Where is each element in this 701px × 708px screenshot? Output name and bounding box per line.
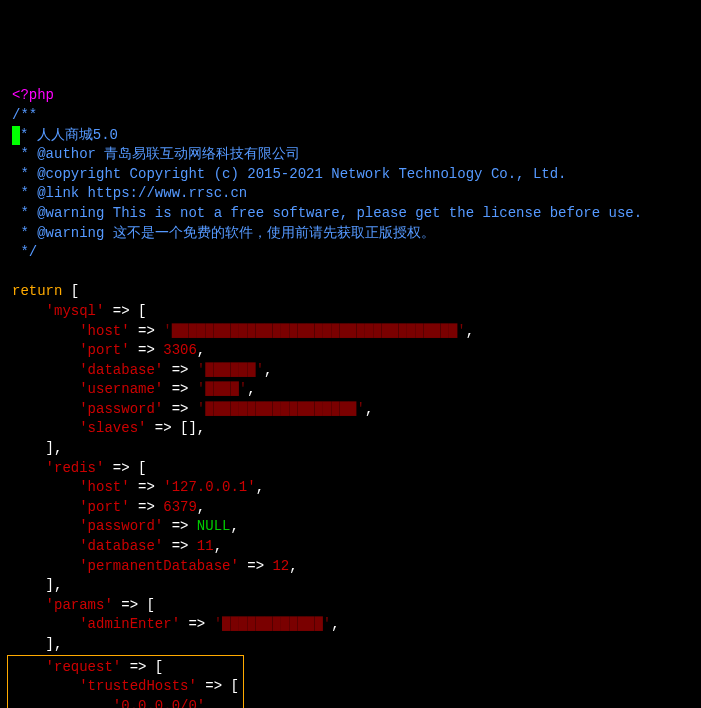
arrow: => xyxy=(130,499,164,515)
bracket: [ xyxy=(230,678,238,694)
db-value: 12 xyxy=(272,558,289,574)
bracket: [ xyxy=(138,460,146,476)
trusted-host-value: '0.0.0.0/0' xyxy=(113,698,205,708)
php-tag: <?php xyxy=(12,87,54,103)
config-key: 'port' xyxy=(79,499,129,515)
empty-array: [] xyxy=(180,420,197,436)
arrow: => xyxy=(130,323,164,339)
arrow: => xyxy=(239,558,273,574)
config-key: 'port' xyxy=(79,342,129,358)
redacted-value: '████████████' xyxy=(214,616,332,632)
arrow: => xyxy=(163,401,197,417)
terminal-editor[interactable]: <?php /** * 人人商城5.0 * @author 青岛易联互动网络科技… xyxy=(12,86,689,708)
bracket: [ xyxy=(155,659,163,675)
arrow: => xyxy=(163,538,197,554)
config-key: 'slaves' xyxy=(79,420,146,436)
arrow: => xyxy=(163,381,197,397)
cursor xyxy=(12,126,20,146)
config-key: 'database' xyxy=(79,362,163,378)
redacted-value: '██████' xyxy=(197,362,264,378)
config-key: 'trustedHosts' xyxy=(79,678,197,694)
arrow: => xyxy=(180,616,214,632)
config-key: 'username' xyxy=(79,381,163,397)
config-key: 'host' xyxy=(79,479,129,495)
config-key: 'password' xyxy=(79,401,163,417)
arrow: => xyxy=(197,678,231,694)
arrow: => xyxy=(104,303,138,319)
db-value: 11 xyxy=(197,538,214,554)
arrow: => xyxy=(146,420,180,436)
port-value: 3306 xyxy=(163,342,197,358)
docblock-line: * @link https://www.rrsc.cn xyxy=(12,185,247,201)
redacted-value: '██████████████████████████████████' xyxy=(163,323,465,339)
bracket: [ xyxy=(146,597,154,613)
null-value: NULL xyxy=(197,518,231,534)
docblock-line: * @author 青岛易联互动网络科技有限公司 xyxy=(12,146,300,162)
arrow: => xyxy=(104,460,138,476)
config-key: 'mysql' xyxy=(46,303,105,319)
arrow: => xyxy=(113,597,147,613)
arrow: => xyxy=(121,659,155,675)
docblock-line: * @warning This is not a free software, … xyxy=(12,205,642,221)
return-keyword: return xyxy=(12,283,62,299)
config-key: 'redis' xyxy=(46,460,105,476)
config-key: 'password' xyxy=(79,518,163,534)
docblock-open: /** xyxy=(12,107,37,123)
config-key: 'host' xyxy=(79,323,129,339)
highlighted-region: 'request' => [ 'trustedHosts' => [ '0.0.… xyxy=(7,655,244,708)
port-value: 6379 xyxy=(163,499,197,515)
arrow: => xyxy=(163,518,197,534)
close-bracket: ], xyxy=(46,636,63,652)
bracket: [ xyxy=(138,303,146,319)
docblock-close: */ xyxy=(12,244,37,260)
redacted-value: '██████████████████' xyxy=(197,401,365,417)
config-key: 'params' xyxy=(46,597,113,613)
config-key: 'database' xyxy=(79,538,163,554)
close-bracket: ], xyxy=(46,577,63,593)
close-bracket: ], xyxy=(46,440,63,456)
arrow: => xyxy=(130,342,164,358)
docblock-line: * @warning 这不是一个免费的软件，使用前请先获取正版授权。 xyxy=(12,225,435,241)
config-key: 'request' xyxy=(46,659,122,675)
arrow: => xyxy=(130,479,164,495)
config-key: 'permanentDatabase' xyxy=(79,558,239,574)
arrow: => xyxy=(163,362,197,378)
config-key: 'adminEnter' xyxy=(79,616,180,632)
docblock-line: * 人人商城5.0 xyxy=(20,127,118,143)
redacted-value: '████' xyxy=(197,381,247,397)
host-value: '127.0.0.1' xyxy=(163,479,255,495)
bracket: [ xyxy=(62,283,79,299)
docblock-line: * @copyright Copyright (c) 2015-2021 Net… xyxy=(12,166,567,182)
